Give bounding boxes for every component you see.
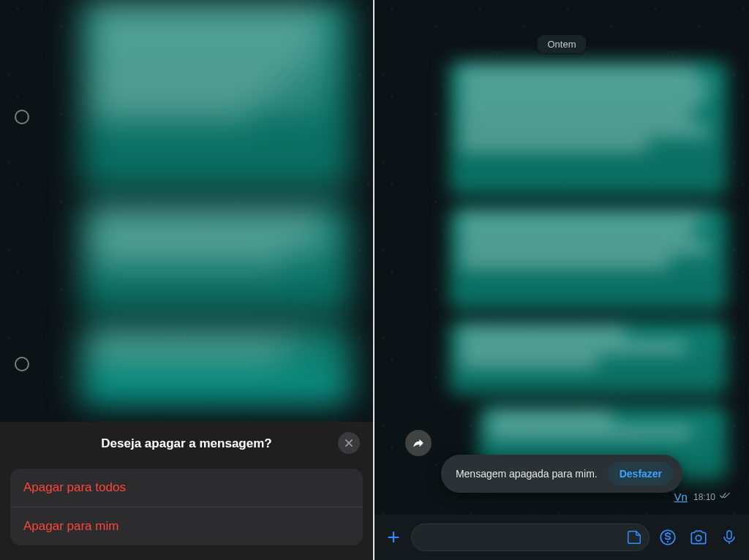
chat-input-bar: + xyxy=(374,515,749,560)
camera-icon xyxy=(689,528,708,547)
attach-plus-button[interactable]: + xyxy=(382,525,405,550)
delete-for-me-button[interactable]: Apagar para mim xyxy=(10,507,363,545)
svg-rect-2 xyxy=(727,531,731,539)
close-button[interactable] xyxy=(338,432,360,454)
delete-for-everyone-button[interactable]: Apagar para todos xyxy=(10,469,363,507)
sticker-icon xyxy=(626,529,642,545)
left-panel: Deseja apagar a mensagem? Apagar para to… xyxy=(0,0,374,560)
right-panel: Ontem Vn 18:10 xyxy=(374,0,749,560)
close-icon xyxy=(344,438,354,448)
vn-link[interactable]: Vn xyxy=(674,491,688,503)
mic-icon xyxy=(720,529,738,546)
toast-text: Mensagem apagada para mim. xyxy=(456,468,598,480)
mic-button[interactable] xyxy=(717,525,742,550)
sticker-button[interactable] xyxy=(625,529,643,546)
message-input[interactable] xyxy=(411,523,650,551)
message-time: 18:10 xyxy=(693,492,715,502)
forward-icon xyxy=(412,436,425,450)
svg-point-1 xyxy=(696,535,701,541)
delete-action-sheet: Deseja apagar a mensagem? Apagar para to… xyxy=(0,422,373,560)
date-separator: Ontem xyxy=(537,35,586,53)
forward-button[interactable] xyxy=(405,430,432,456)
message-select-radio[interactable] xyxy=(15,110,29,124)
action-sheet-header: Deseja apagar a mensagem? xyxy=(10,432,363,457)
undo-toast: Mensagem apagada para mim. Desfazer xyxy=(441,455,682,493)
camera-button[interactable] xyxy=(686,525,711,550)
message-meta: Vn 18:10 xyxy=(674,491,731,503)
double-check-icon xyxy=(720,491,731,502)
payment-button[interactable] xyxy=(655,525,680,550)
message-select-radio[interactable] xyxy=(15,357,29,371)
undo-button[interactable]: Desfazer xyxy=(608,462,674,485)
action-sheet-title: Deseja apagar a mensagem? xyxy=(101,436,271,451)
screenshot-pair: Deseja apagar a mensagem? Apagar para to… xyxy=(0,0,749,560)
payment-icon xyxy=(658,528,677,547)
action-sheet-options: Apagar para todos Apagar para mim xyxy=(10,469,363,545)
